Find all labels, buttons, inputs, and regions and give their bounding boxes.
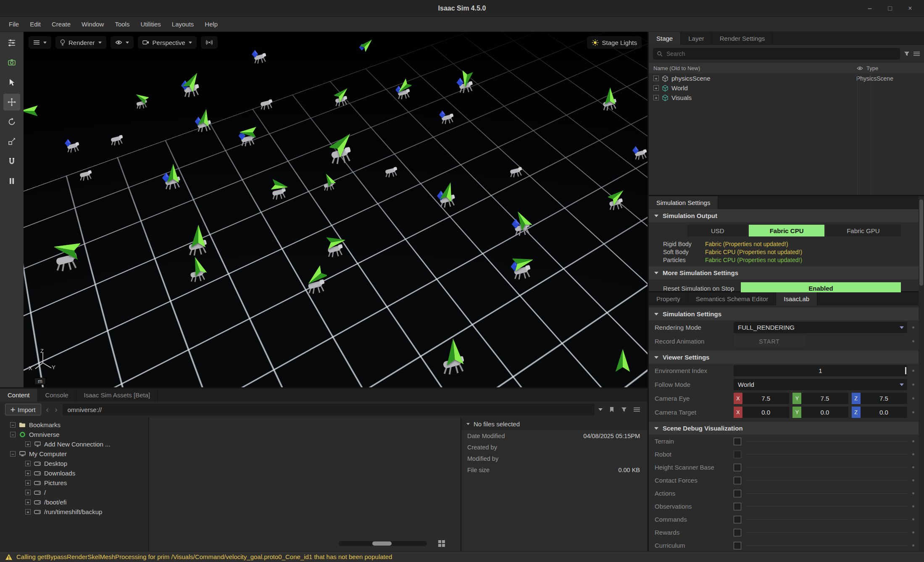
- viewport[interactable]: Renderer Perspective: [24, 32, 648, 387]
- path-input[interactable]: [63, 404, 595, 415]
- commands-checkbox[interactable]: [734, 516, 741, 523]
- viewport-options-button[interactable]: [29, 36, 51, 49]
- path-dropdown-icon[interactable]: [598, 408, 603, 411]
- camera-eye-z-field[interactable]: 7.5: [861, 393, 907, 404]
- menu-item-utilities[interactable]: Utilities: [135, 17, 166, 32]
- tab-content[interactable]: Content: [0, 389, 38, 402]
- move-tool-button[interactable]: [3, 94, 20, 110]
- collapse-icon[interactable]: [10, 451, 16, 457]
- backend-fabric-cpu-button[interactable]: Fabric CPU: [749, 225, 824, 236]
- menu-item-create[interactable]: Create: [46, 17, 76, 32]
- camera-eye-x-field[interactable]: 7.5: [742, 393, 789, 404]
- broadcast-button[interactable]: [201, 36, 218, 49]
- rotate-tool-button[interactable]: [3, 113, 20, 130]
- visibility-column-header[interactable]: [853, 66, 866, 71]
- contact-forces-checkbox[interactable]: [734, 477, 741, 484]
- expand-icon[interactable]: [25, 490, 31, 495]
- camera-eye-y-field[interactable]: 7.5: [801, 393, 848, 404]
- tree-item-my-computer[interactable]: My Computer: [0, 449, 148, 459]
- bookmark-icon[interactable]: [609, 407, 614, 412]
- stage-lights-button[interactable]: Stage Lights: [587, 36, 642, 49]
- menu-item-layouts[interactable]: Layouts: [166, 17, 200, 32]
- slider-thumb[interactable]: [372, 541, 392, 546]
- more-simulation-settings-section[interactable]: More Simulation Settings: [649, 266, 919, 279]
- menu-item-window[interactable]: Window: [76, 17, 109, 32]
- capture-button[interactable]: [3, 54, 20, 71]
- expand-icon[interactable]: [25, 470, 31, 476]
- stage-filter-icon[interactable]: [904, 51, 910, 57]
- toolbar-options-button[interactable]: [3, 34, 20, 51]
- actions-checkbox[interactable]: [734, 490, 741, 497]
- collapse-icon[interactable]: [10, 432, 16, 437]
- details-header[interactable]: No files selected: [461, 418, 648, 430]
- tree-item-boot-efi[interactable]: /boot/efi: [0, 497, 148, 507]
- tree-item-timeshift-backup[interactable]: /run/timeshift/backup: [0, 507, 148, 517]
- list-options-icon[interactable]: [634, 407, 640, 412]
- backend-usd-button[interactable]: USD: [687, 225, 748, 236]
- expand-icon[interactable]: [25, 480, 31, 486]
- tree-item-root[interactable]: /: [0, 488, 148, 497]
- scale-tool-button[interactable]: [3, 133, 20, 150]
- expand-icon[interactable]: [653, 76, 659, 81]
- follow-mode-dropdown[interactable]: World: [734, 379, 907, 390]
- menu-item-edit[interactable]: Edit: [24, 17, 46, 32]
- start-recording-button[interactable]: START: [734, 336, 805, 347]
- isaaclab-simulation-settings-section[interactable]: Simulation Settings: [649, 307, 919, 320]
- rewards-checkbox[interactable]: [734, 529, 741, 536]
- forward-button[interactable]: ›: [54, 405, 59, 414]
- scene-debug-visualization-section[interactable]: Scene Debug Visualization: [649, 422, 919, 435]
- height-scanner-base-checkbox[interactable]: [734, 464, 741, 471]
- visibility-dropdown[interactable]: [111, 36, 134, 49]
- menu-item-help[interactable]: Help: [199, 17, 223, 32]
- maximize-button[interactable]: □: [885, 5, 895, 12]
- environment-index-field[interactable]: 1: [734, 365, 907, 376]
- import-button[interactable]: Import: [5, 404, 41, 415]
- type-column-header[interactable]: Type: [866, 65, 919, 71]
- tab-semantics-schema-editor[interactable]: Semantics Schema Editor: [688, 292, 777, 305]
- viewer-settings-section[interactable]: Viewer Settings: [649, 351, 919, 364]
- select-tool-button[interactable]: [3, 74, 20, 91]
- tree-item-downloads[interactable]: Downloads: [0, 468, 148, 478]
- thumbnail-size-slider[interactable]: [339, 541, 427, 546]
- stage-row-world[interactable]: World: [649, 83, 924, 93]
- tree-item-add-new-connection[interactable]: Add New Connection ...: [0, 439, 148, 449]
- stage-row-physicsscene[interactable]: physicsScene PhysicsScene: [649, 74, 924, 83]
- search-box[interactable]: [653, 48, 900, 60]
- tab-isaaclab[interactable]: IsaacLab: [776, 292, 817, 305]
- camera-target-x-field[interactable]: 0.0: [742, 407, 789, 418]
- minimize-button[interactable]: –: [865, 5, 874, 12]
- tab-simulation-settings[interactable]: Simulation Settings: [649, 196, 718, 209]
- camera-dropdown[interactable]: Perspective: [138, 36, 197, 49]
- stage-row-visuals[interactable]: Visuals: [649, 93, 924, 102]
- rendering-mode-dropdown[interactable]: FULL_RENDERING: [734, 322, 907, 333]
- terrain-checkbox[interactable]: [734, 438, 741, 445]
- expand-icon[interactable]: [25, 461, 31, 466]
- expand-icon[interactable]: [653, 95, 659, 100]
- tab-stage[interactable]: Stage: [649, 32, 681, 45]
- scrollbar-thumb[interactable]: [919, 200, 923, 286]
- file-listing-area[interactable]: [149, 418, 461, 551]
- expand-icon[interactable]: [25, 441, 31, 447]
- expand-icon[interactable]: [653, 85, 659, 91]
- expand-icon[interactable]: [25, 509, 31, 515]
- search-input[interactable]: [666, 50, 896, 58]
- tree-item-pictures[interactable]: Pictures: [0, 478, 148, 488]
- renderer-dropdown[interactable]: Renderer: [55, 36, 106, 49]
- tab-layer[interactable]: Layer: [681, 32, 712, 45]
- pause-button[interactable]: [3, 173, 20, 189]
- back-button[interactable]: ‹: [45, 405, 50, 414]
- curriculum-checkbox[interactable]: [734, 542, 741, 549]
- camera-target-z-field[interactable]: 0.0: [861, 407, 907, 418]
- collapse-icon[interactable]: [10, 422, 16, 428]
- menu-item-tools[interactable]: Tools: [109, 17, 135, 32]
- stage-options-icon[interactable]: [913, 51, 920, 56]
- simulation-output-section[interactable]: Simulation Output: [649, 209, 919, 222]
- menu-item-file[interactable]: File: [3, 17, 24, 32]
- right-panel-scrollbar[interactable]: [919, 196, 924, 551]
- tree-item-desktop[interactable]: Desktop: [0, 459, 148, 468]
- tab-property[interactable]: Property: [649, 292, 688, 305]
- snap-tool-button[interactable]: [3, 153, 20, 170]
- expand-icon[interactable]: [25, 499, 31, 505]
- camera-target-y-field[interactable]: 0.0: [801, 407, 848, 418]
- tab-render-settings[interactable]: Render Settings: [712, 32, 773, 45]
